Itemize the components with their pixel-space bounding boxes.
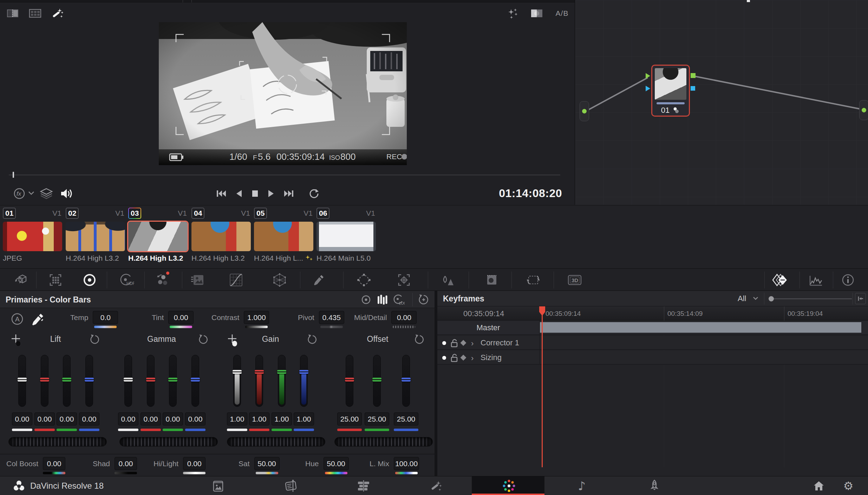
qualifier-eyedropper-icon[interactable]: [311, 273, 327, 287]
lift-green-slider[interactable]: [63, 355, 71, 407]
go-to-start-button[interactable]: [216, 189, 227, 198]
gain-blue-slider[interactable]: [300, 355, 308, 407]
fusion-page-icon[interactable]: [424, 476, 449, 495]
contrast-gradient[interactable]: [245, 326, 268, 328]
keyframes-filter-dropdown[interactable]: All: [738, 294, 746, 303]
scopes-icon[interactable]: [808, 273, 824, 287]
clip-06[interactable]: 06V1 H.264 Main L5.0: [316, 208, 376, 267]
cut-page-icon[interactable]: [279, 476, 303, 495]
keyframe-track-sizing[interactable]: › Sizing: [437, 351, 868, 365]
sizing-icon[interactable]: [526, 273, 541, 287]
offset-green-slider[interactable]: [373, 355, 381, 407]
clip-04[interactable]: 04V1 H.264 High L3.2: [191, 208, 251, 267]
gain-blue-value[interactable]: 1.00: [294, 412, 314, 425]
lift-y-value[interactable]: 0.00: [12, 412, 32, 425]
offset-green-value[interactable]: 25.00: [365, 412, 389, 425]
camera-raw-icon[interactable]: [13, 273, 29, 287]
gain-y-value[interactable]: 1.00: [227, 412, 247, 425]
grid-view-icon[interactable]: [28, 7, 42, 19]
lift-red-value[interactable]: 0.00: [34, 412, 55, 425]
gamma-reset-icon[interactable]: [198, 334, 209, 345]
wipe-compare-icon[interactable]: [530, 7, 544, 19]
gain-master-wheel[interactable]: [227, 437, 325, 447]
temp-gradient[interactable]: [94, 326, 117, 328]
gain-red-slider[interactable]: [255, 355, 263, 407]
gamma-y-slider[interactable]: [124, 355, 132, 407]
master-track-bar[interactable]: [540, 322, 861, 333]
lift-green-value[interactable]: 0.00: [57, 412, 77, 425]
collapse-panel-button[interactable]: [855, 293, 866, 304]
keyframes-playhead-line[interactable]: [542, 306, 543, 467]
mid-detail-gradient[interactable]: [393, 326, 415, 328]
offset-blue-value[interactable]: 25.00: [394, 412, 418, 425]
keyframes-palette-icon-active[interactable]: [772, 273, 788, 287]
fairlight-page-icon[interactable]: ♪: [569, 476, 594, 495]
go-to-end-button[interactable]: [283, 189, 294, 198]
clip-01[interactable]: 01V1 JPEG: [3, 208, 62, 267]
tracker-icon[interactable]: [396, 273, 412, 287]
gain-y-slider[interactable]: [233, 355, 241, 407]
enhance-sparkles-icon[interactable]: [506, 7, 520, 19]
node-key-input-icon[interactable]: [646, 86, 650, 91]
viewer-scrub-bar[interactable]: [9, 175, 560, 175]
color-page-icon-active[interactable]: [497, 476, 521, 495]
media-page-icon[interactable]: [206, 476, 230, 495]
gamma-green-slider[interactable]: [169, 355, 177, 407]
unlock-icon[interactable]: [450, 339, 458, 348]
gain-crosshair-icon[interactable]: [226, 333, 239, 347]
stop-button[interactable]: [251, 189, 259, 198]
clip-thumbnail[interactable]: [316, 222, 376, 251]
pivot-value[interactable]: 0.435: [319, 311, 344, 324]
blur-icon[interactable]: [440, 273, 456, 287]
audio-mute-icon[interactable]: [60, 188, 73, 200]
color-match-icon[interactable]: [48, 273, 63, 287]
deliver-page-icon[interactable]: [642, 476, 667, 495]
pivot-gradient[interactable]: [320, 326, 343, 328]
gamma-blue-slider[interactable]: [191, 355, 199, 407]
davinci-resolve-logo[interactable]: [13, 480, 25, 491]
output-node[interactable]: [859, 100, 868, 120]
gamma-master-wheel[interactable]: [119, 437, 218, 447]
reset-all-icon[interactable]: [417, 294, 431, 306]
play-reverse-button[interactable]: [235, 189, 243, 198]
power-window-icon[interactable]: [356, 273, 372, 287]
settings-gear-icon[interactable]: ⚙: [836, 476, 861, 495]
bars-mode-icon-active[interactable]: [375, 294, 389, 306]
offset-master-wheel[interactable]: [334, 437, 433, 447]
gamma-y-value[interactable]: 0.00: [118, 412, 138, 425]
track-enable-dot[interactable]: [442, 341, 446, 345]
hi-light-value[interactable]: 0.00: [183, 457, 205, 470]
white-balance-picker-icon[interactable]: [31, 312, 45, 326]
gamma-blue-value[interactable]: 0.00: [185, 412, 205, 425]
offset-reset-icon[interactable]: [415, 334, 425, 345]
clip-thumbnail[interactable]: [3, 222, 62, 251]
track-enable-dot[interactable]: [442, 356, 446, 360]
ab-compare-toggle[interactable]: A/B: [552, 7, 572, 19]
expand-chevron-icon[interactable]: ›: [471, 354, 474, 363]
gamma-green-value[interactable]: 0.00: [163, 412, 183, 425]
temp-value[interactable]: 0.0: [93, 311, 118, 324]
fx-dropdown-chevron-icon[interactable]: [28, 191, 34, 195]
sat-value[interactable]: 50.00: [254, 457, 280, 470]
hdr-grading-icon[interactable]: HDR: [119, 273, 134, 287]
color-warper-icon[interactable]: [272, 273, 287, 287]
rgb-mixer-icon[interactable]: [155, 273, 170, 287]
lift-blue-slider[interactable]: [85, 355, 93, 407]
offset-red-value[interactable]: 25.00: [337, 412, 362, 425]
lift-red-slider[interactable]: [41, 355, 48, 407]
corrector-node-01[interactable]: 01: [651, 65, 690, 117]
keyframe-diamond-icon[interactable]: [461, 355, 466, 361]
curves-icon[interactable]: [228, 273, 244, 287]
clip-thumbnail[interactable]: [254, 222, 313, 251]
lum-mix-value[interactable]: 100.00: [394, 457, 419, 470]
zoom-slider-handle[interactable]: [769, 296, 774, 301]
gamma-red-slider[interactable]: [147, 355, 155, 407]
clip-02[interactable]: 02V1 H.264 High L3.2: [66, 208, 125, 267]
stereo-3d-icon[interactable]: 3D: [567, 273, 582, 287]
lift-master-wheel[interactable]: [8, 437, 107, 447]
lift-reset-icon[interactable]: [90, 334, 100, 345]
viewer-scrub-playhead[interactable]: [13, 172, 14, 178]
edit-page-icon[interactable]: [351, 476, 376, 495]
gain-red-value[interactable]: 1.00: [249, 412, 269, 425]
node-graph-panel[interactable]: 01: [575, 0, 868, 205]
